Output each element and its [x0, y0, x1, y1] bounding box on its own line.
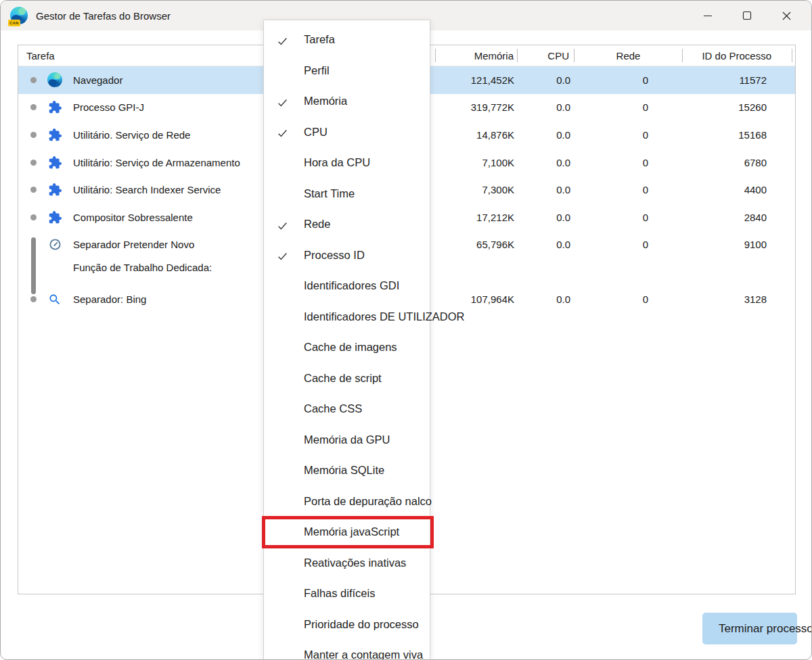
canary-badge: CAN — [8, 20, 20, 26]
task-icon-slot — [47, 260, 62, 275]
process-bullet-dot — [30, 160, 37, 166]
checkmark-icon — [277, 35, 288, 49]
menu-item-label: Perfil — [304, 64, 330, 77]
process-bullet-dot — [30, 104, 37, 110]
memory-value: 14,876K — [435, 129, 517, 141]
menu-item-prioridade-do-processo[interactable]: Prioridade do processo — [264, 609, 430, 640]
menu-item-porta-de-depuracao-nalco[interactable]: Porta de depuração nalco — [264, 486, 430, 517]
task-label: Processo GPI-J — [73, 101, 144, 113]
memory-value: 65,796K — [435, 239, 517, 250]
checkmark-icon — [277, 251, 288, 265]
menu-item-cache-css[interactable]: Cache CSS — [264, 394, 430, 425]
window-title: Gestor de Tarefas do Browser — [36, 10, 171, 22]
extension-icon — [48, 128, 62, 142]
menu-item-label: Identificadores DE UTILIZADOR — [304, 310, 465, 323]
edge-canary-app-icon: CAN — [10, 7, 28, 24]
process-bullet-dot — [30, 296, 37, 302]
network-value: 0 — [574, 239, 682, 250]
cpu-value: 0.0 — [517, 239, 574, 250]
task-icon-slot — [47, 237, 62, 252]
menu-item-label: Identificadores GDI — [304, 279, 399, 292]
menu-item-memoria-sqlite[interactable]: Memória SQLite — [264, 455, 430, 486]
extension-icon — [48, 156, 62, 170]
menu-item-label: Memória — [304, 95, 347, 108]
menu-item-cache-de-script[interactable]: Cache de script — [264, 363, 430, 394]
task-icon-slot — [47, 292, 62, 307]
end-process-label: Terminar processo — [719, 622, 812, 636]
task-icon-slot — [47, 155, 62, 170]
end-process-button[interactable]: Terminar processo — [702, 613, 797, 644]
process-bullet-dot — [30, 187, 37, 193]
menu-item-manter-a-contagem-viva[interactable]: Manter a contagem viva — [264, 640, 430, 660]
menu-item-processo-id[interactable]: Processo ID — [264, 240, 430, 271]
menu-item-label: Cache de imagens — [304, 341, 397, 354]
column-header-rede[interactable]: Rede — [574, 49, 682, 62]
cpu-value: 0.0 — [517, 212, 574, 223]
menu-item-label: Memória da GPU — [304, 433, 390, 446]
memory-value: 7,100K — [435, 157, 517, 168]
close-button[interactable] — [767, 1, 806, 30]
menu-item-label: Memória javaScript — [304, 525, 399, 538]
minimize-button[interactable] — [688, 1, 727, 30]
menu-item-rede[interactable]: Rede — [264, 209, 430, 240]
pid-value: 4400 — [682, 184, 792, 195]
search-icon — [48, 293, 62, 306]
checkmark-icon — [277, 97, 288, 111]
menu-item-identificadores-de-utilizador[interactable]: Identificadores DE UTILIZADOR — [264, 302, 430, 333]
window-controls — [688, 1, 806, 30]
memory-value: 17,212K — [435, 212, 517, 223]
column-header-memoria[interactable]: Memória — [435, 49, 517, 62]
network-value: 0 — [574, 157, 682, 168]
menu-item-tarefa[interactable]: Tarefa — [264, 24, 430, 55]
task-label: Navegador — [73, 74, 122, 86]
gauge-icon — [49, 238, 62, 251]
menu-item-label: Tarefa — [304, 33, 335, 46]
menu-item-label: Start Time — [304, 187, 355, 200]
process-bullet-dot — [30, 214, 37, 220]
menu-item-label: Cache de script — [304, 372, 382, 385]
menu-item-label: Falhas difíceis — [304, 587, 375, 600]
task-icon-slot — [47, 183, 62, 197]
menu-item-memoria-da-gpu[interactable]: Memória da GPU — [264, 425, 430, 456]
process-bullet-dot — [30, 77, 37, 83]
menu-item-memoria-javascript[interactable]: Memória javaScript — [264, 517, 430, 548]
pid-value: 6780 — [682, 157, 792, 168]
menu-item-start-time[interactable]: Start Time — [264, 179, 430, 210]
pid-value: 15168 — [682, 129, 792, 141]
menu-item-identificadores-gdi[interactable]: Identificadores GDI — [264, 270, 430, 302]
network-value: 0 — [574, 101, 682, 113]
extension-icon — [48, 100, 62, 114]
menu-item-label: Porta de depuração nalco — [304, 495, 432, 508]
process-group-bar — [31, 237, 36, 294]
task-icon-slot — [47, 127, 62, 142]
pid-value: 3128 — [682, 293, 792, 305]
task-label: Separador Pretender Novo — [73, 239, 194, 250]
menu-item-label: Prioridade do processo — [304, 618, 419, 631]
memory-value: 7,300K — [435, 184, 517, 195]
menu-item-hora-da-cpu[interactable]: Hora da CPU — [264, 147, 430, 179]
task-icon-slot — [47, 210, 62, 225]
column-header-id-do-processo[interactable]: ID do Processo — [682, 49, 792, 62]
menu-item-label: Memória SQLite — [304, 464, 384, 477]
task-label: Função de Trabalho Dedicada: — [73, 262, 212, 273]
menu-item-cpu[interactable]: CPU — [264, 117, 430, 148]
task-label: Utilitário: Serviço de Armazenamento — [73, 157, 240, 168]
menu-item-memoria[interactable]: Memória — [264, 86, 430, 117]
menu-item-label: Manter a contagem viva — [304, 649, 423, 660]
network-value: 0 — [574, 129, 682, 141]
menu-item-label: Processo ID — [304, 249, 365, 262]
menu-item-reativacoes-inativas[interactable]: Reativações inativas — [264, 548, 430, 579]
maximize-button[interactable] — [727, 1, 767, 30]
task-label: Utilitário: Search Indexer Service — [73, 184, 221, 195]
column-header-cpu[interactable]: CPU — [517, 49, 574, 62]
menu-item-cache-de-imagens[interactable]: Cache de imagens — [264, 332, 430, 363]
minimize-icon — [702, 10, 713, 21]
menu-item-label: CPU — [304, 126, 328, 139]
pid-value: 9100 — [682, 239, 792, 250]
menu-item-perfil[interactable]: Perfil — [264, 55, 430, 87]
maximize-icon — [742, 10, 752, 21]
pid-value: 11572 — [682, 74, 792, 86]
menu-item-falhas-dificeis[interactable]: Falhas difíceis — [264, 578, 430, 609]
menu-item-label: Hora da CPU — [304, 156, 370, 169]
checkmark-icon — [277, 220, 288, 234]
